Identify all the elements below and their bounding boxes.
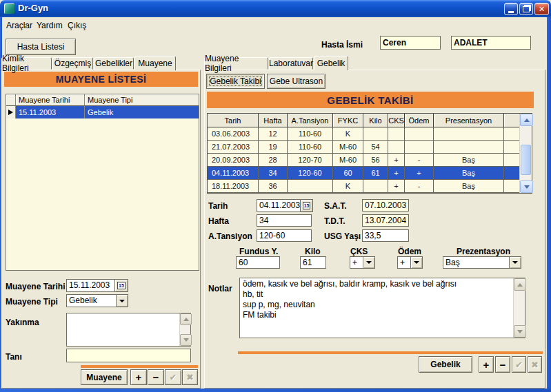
cell: [388, 141, 405, 154]
muayene-tarihi-label: Muayene Tarihi: [6, 282, 65, 291]
a-tansiyon-label: A.Tansiyon: [208, 231, 252, 241]
a-tansiyon-field[interactable]: [257, 229, 312, 242]
app-window: Dr-Gyn ✕ Araçlar Yardım Çıkış Hasta List…: [0, 0, 551, 392]
gebelik-takibi-button[interactable]: Gebelik Takibi: [206, 74, 265, 89]
tab-ozgecmis[interactable]: Özgeçmiş: [52, 57, 93, 70]
tarih-field[interactable]: 04.11.2003 15: [257, 199, 313, 212]
dropdown-button[interactable]: [410, 257, 422, 268]
tab-gebelik[interactable]: Gebelik: [314, 56, 348, 70]
prezentasyon-combo[interactable]: Baş: [443, 256, 521, 269]
cell: +: [405, 167, 434, 180]
menu-yardim[interactable]: Yardım: [34, 19, 65, 32]
yakinma-textbox[interactable]: [66, 313, 191, 347]
scroll-down-button[interactable]: [514, 325, 526, 338]
menu-araclar[interactable]: Araçlar: [4, 19, 34, 32]
odem-label: Ödem: [398, 247, 421, 256]
scroll-down-button[interactable]: [180, 334, 192, 346]
dropdown-button[interactable]: [509, 257, 521, 268]
table-row[interactable]: 15.11.2003 Gebelik: [6, 106, 199, 118]
cks-combo[interactable]: +: [350, 256, 375, 269]
table-row-selected[interactable]: 04.11.2003 34 120-60 60 61 + + Baş: [208, 167, 520, 180]
table-row[interactable]: 03.06.2003 12 110-60 K: [208, 127, 520, 141]
column-header: Hafta: [259, 114, 288, 127]
cell: 12: [259, 127, 288, 141]
minimize-button[interactable]: [504, 3, 518, 15]
scroll-down-button[interactable]: [520, 180, 533, 193]
yakinma-scrollbar[interactable]: [179, 313, 190, 346]
delete-record-button[interactable]: −: [495, 356, 510, 373]
odem-combo[interactable]: +: [397, 256, 423, 269]
cell: 21.07.2003: [208, 141, 259, 154]
calendar-icon: 15: [303, 202, 311, 209]
post-record-button[interactable]: ✔: [512, 356, 526, 373]
gebelik-accent-bar: [238, 351, 543, 354]
hasta-ismi-label: Hasta İsmi: [321, 40, 363, 50]
kilo-field[interactable]: [300, 256, 326, 269]
hafta-field[interactable]: [257, 214, 312, 227]
tab-muayene[interactable]: Muayene: [134, 56, 176, 70]
table-row[interactable]: 20.09.2003 28 120-70 M-60 56 + - Baş: [208, 154, 520, 167]
tab-laboratuvar[interactable]: Laboratuvar: [269, 57, 313, 70]
muayene-button[interactable]: Muayene: [81, 369, 128, 385]
post-record-button[interactable]: ✔: [165, 369, 181, 385]
kilo-label: Kilo: [305, 247, 321, 256]
yakinma-label: Yakınma: [6, 318, 39, 327]
cancel-record-button[interactable]: ✖: [182, 369, 198, 385]
cell: 110-60: [288, 127, 333, 141]
menu-cikis[interactable]: Çıkış: [66, 19, 88, 32]
cell-filler: [504, 180, 520, 193]
insert-record-button[interactable]: +: [130, 369, 147, 385]
fundus-y-field[interactable]: [236, 256, 280, 269]
table-row[interactable]: 21.07.2003 19 110-60 M-60 54: [208, 141, 520, 154]
tani-field[interactable]: [66, 349, 191, 362]
scroll-up-button[interactable]: [514, 278, 526, 291]
date-value: 15.11.2003: [67, 280, 114, 291]
table-row[interactable]: 18.11.2003 36 K + - Baş: [208, 180, 520, 193]
sat-field[interactable]: [362, 199, 409, 212]
chevron-down-icon: [366, 261, 372, 264]
scroll-up-button[interactable]: [520, 114, 533, 126]
window-border-bottom: [0, 389, 551, 392]
gebelik-button[interactable]: Gebelik: [419, 356, 472, 373]
muayene-grid-header: Muayene Tarihi Muayene Tipi: [6, 94, 199, 106]
muayene-tipi-combo[interactable]: Gebelik: [66, 294, 128, 307]
cell: 20.09.2003: [208, 154, 259, 167]
date-value: 04.11.2003: [257, 200, 300, 212]
cell: [405, 141, 434, 154]
close-button[interactable]: ✕: [534, 3, 549, 15]
cell-filler: [504, 167, 520, 180]
calendar-icon: 15: [117, 282, 126, 289]
fundus-y-label: Fundus Y.: [239, 247, 278, 256]
calendar-button[interactable]: 15: [300, 200, 312, 212]
gebe-ultrason-button[interactable]: Gebe Ultrason: [267, 74, 325, 89]
notlar-textbox[interactable]: ödem, kasık ve bel ağrısı, baldır kramp,…: [239, 278, 525, 338]
dropdown-button[interactable]: [116, 295, 128, 307]
cell: [434, 127, 504, 141]
scroll-up-button[interactable]: [180, 313, 192, 325]
calendar-button[interactable]: 15: [114, 280, 128, 291]
hasta-listesi-button[interactable]: Hasta Listesi: [6, 39, 76, 55]
patient-last-name-field[interactable]: [451, 36, 531, 50]
cell: +: [388, 180, 405, 193]
tab-gebelikler[interactable]: Gebelikler: [94, 57, 134, 70]
delete-record-button[interactable]: −: [148, 369, 164, 385]
patient-first-name-field[interactable]: [380, 36, 441, 50]
insert-record-button[interactable]: +: [479, 356, 494, 373]
restore-button[interactable]: [519, 3, 533, 15]
tab-kimlik-bilgileri[interactable]: Kimlik Bilgileri: [1, 57, 52, 70]
notlar-scrollbar[interactable]: [513, 278, 525, 338]
grid-scrollbar[interactable]: [519, 114, 532, 193]
muayene-tarihi-field[interactable]: 15.11.2003 15: [66, 279, 128, 292]
dropdown-button[interactable]: [363, 257, 374, 268]
usg-yasi-field[interactable]: [362, 229, 409, 242]
gebelik-takibi-grid: Tarih Hafta A.Tansiyon FYKC Kilo CKS Öde…: [207, 113, 532, 194]
tdt-field[interactable]: [362, 214, 409, 227]
app-icon: [4, 3, 14, 14]
tab-muayene-bilgileri[interactable]: Muayene Bilgileri: [204, 57, 268, 70]
scrollbar-thumb[interactable]: [521, 145, 531, 175]
scroll-down-icon: [183, 338, 189, 342]
muayene-accent-bar: [81, 365, 198, 368]
column-header: FYKC: [333, 114, 363, 127]
cancel-record-button[interactable]: ✖: [528, 356, 542, 373]
focus-rect: [209, 76, 262, 86]
